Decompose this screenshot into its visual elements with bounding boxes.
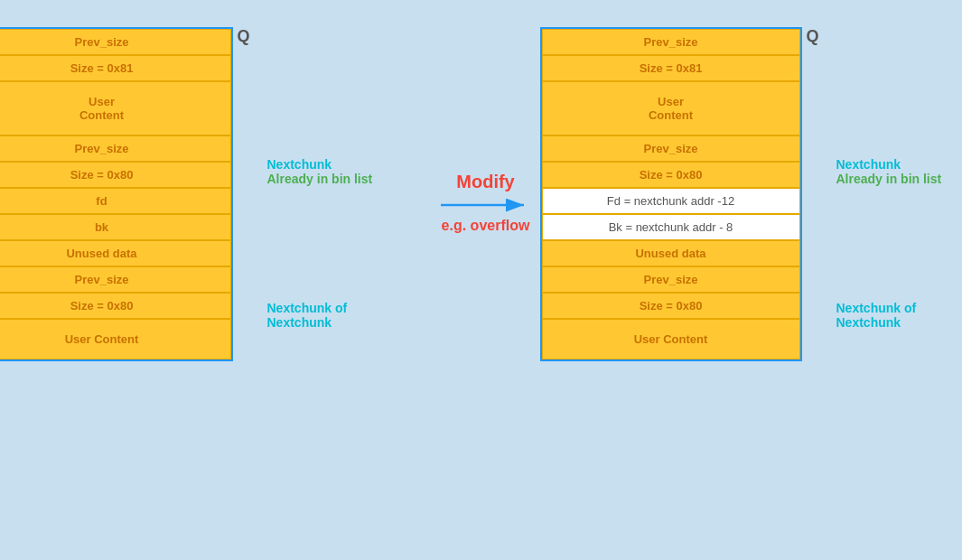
right-chunk-with-q: Prev_size Size = 0x81 UserContent Prev_s… — [540, 27, 829, 361]
right-nextchunk-of-label-group: Nextchunk of Nextchunk — [829, 301, 917, 330]
left-chunk-block: Prev_size Size = 0x81 UserContent Prev_s… — [0, 27, 233, 361]
right-nextchunk-label: Nextchunk — [836, 157, 942, 172]
left-size-1: Size = 0x81 — [0, 55, 231, 81]
left-nextchunk-of-label-group: Nextchunk of Nextchunk — [260, 301, 348, 330]
left-chunk-with-q: Prev_size Size = 0x81 UserContent Prev_s… — [0, 27, 260, 361]
left-nextchunk-of-label2: Nextchunk — [267, 315, 348, 330]
arrow-area: Modify e.g. overflow — [441, 172, 531, 234]
left-chunk-area: Prev_size Size = 0x81 UserContent Prev_s… — [0, 27, 260, 361]
right-size-2: Size = 0x80 — [542, 162, 800, 188]
right-prev-size-2: Prev_size — [542, 135, 800, 162]
right-user-content-1: UserContent — [542, 81, 800, 135]
left-user-content-1: UserContent — [0, 81, 231, 135]
right-already-in-bin-label: Already in bin list — [836, 172, 942, 186]
right-size-3: Size = 0x80 — [542, 293, 800, 319]
right-nextchunk-of-label: Nextchunk of — [836, 301, 917, 315]
right-chunk-area: Prev_size Size = 0x81 UserContent Prev_s… — [540, 27, 829, 361]
main-container: Prev_size Size = 0x81 UserContent Prev_s… — [0, 0, 962, 560]
right-user-content-2: User Content — [542, 319, 800, 359]
left-prev-size-1: Prev_size — [0, 29, 231, 55]
left-fd: fd — [0, 188, 231, 214]
left-prev-size-2: Prev_size — [0, 135, 231, 162]
left-nextchunk-label: Nextchunk — [267, 157, 373, 172]
left-size-3: Size = 0x80 — [0, 293, 231, 319]
middle-section: Modify e.g. overflow — [432, 27, 540, 234]
left-size-2: Size = 0x80 — [0, 162, 231, 188]
left-prev-size-3: Prev_size — [0, 266, 231, 293]
left-nextchunk-of-label: Nextchunk of — [267, 301, 348, 315]
right-side-labels: Nextchunk Already in bin list Nextchunk … — [829, 27, 963, 330]
arrow-row — [441, 196, 531, 214]
right-unused-data: Unused data — [542, 240, 800, 266]
right-prev-size-3: Prev_size — [542, 266, 800, 293]
left-q-label: Q — [238, 27, 250, 46]
left-side-labels: Nextchunk Already in bin list Nextchunk … — [260, 27, 432, 330]
right-prev-size-1: Prev_size — [542, 29, 800, 55]
overflow-label: e.g. overflow — [442, 218, 530, 234]
left-nextchunk-label-group: Nextchunk Already in bin list — [260, 157, 373, 186]
right-size-1: Size = 0x81 — [542, 55, 800, 81]
right-chunk-block: Prev_size Size = 0x81 UserContent Prev_s… — [540, 27, 802, 361]
right-nextchunk-label-group: Nextchunk Already in bin list — [829, 157, 942, 186]
right-bk: Bk = nextchunk addr - 8 — [542, 214, 800, 240]
modify-label: Modify — [456, 172, 514, 192]
right-nextchunk-of-label2: Nextchunk — [836, 315, 917, 330]
right-fd: Fd = nextchunk addr -12 — [542, 188, 800, 214]
right-q-label: Q — [807, 27, 819, 46]
left-unused-data: Unused data — [0, 240, 231, 266]
arrow-svg — [441, 196, 531, 214]
left-already-in-bin-label: Already in bin list — [267, 172, 373, 186]
left-user-content-2: User Content — [0, 319, 231, 359]
left-bk: bk — [0, 214, 231, 240]
